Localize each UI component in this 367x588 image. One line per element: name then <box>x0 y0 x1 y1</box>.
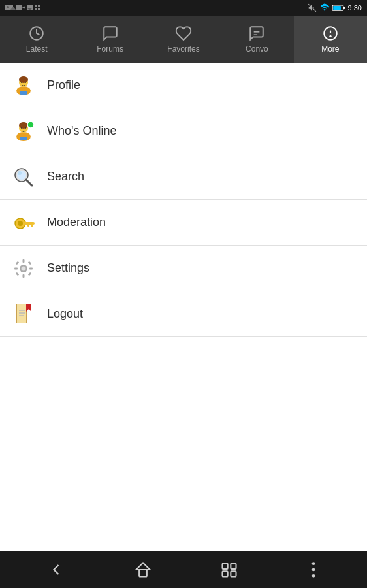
latest-icon <box>28 25 45 42</box>
time-display: 9:30 <box>348 4 362 12</box>
status-bar: 9:30 <box>0 0 367 16</box>
svg-rect-13 <box>343 7 345 9</box>
moderation-icon <box>10 210 37 236</box>
svg-rect-10 <box>38 8 40 10</box>
svg-rect-52 <box>28 272 32 276</box>
nav-bar: Latest Forums Favorites Convo More <box>0 16 367 63</box>
home-button[interactable] <box>134 561 152 579</box>
svg-rect-8 <box>38 5 40 7</box>
svg-rect-63 <box>223 571 228 576</box>
svg-point-67 <box>311 574 315 578</box>
svg-rect-7 <box>35 5 37 7</box>
svg-point-23 <box>19 76 28 83</box>
recents-icon <box>220 561 238 579</box>
svg-rect-62 <box>231 564 236 569</box>
settings-label: Settings <box>47 261 89 275</box>
options-icon <box>307 561 320 579</box>
status-bar-right: 9:30 <box>308 3 362 12</box>
menu-item-profile[interactable]: Profile <box>0 63 367 108</box>
bottom-bar <box>0 551 367 588</box>
home-icon <box>134 561 152 579</box>
settings-icon <box>10 255 37 282</box>
menu-item-search[interactable]: Search <box>0 154 367 200</box>
svg-rect-32 <box>20 137 27 140</box>
moderation-label: Moderation <box>47 216 106 229</box>
nav-item-convo[interactable]: Convo <box>220 16 293 63</box>
profile-icon <box>10 73 37 99</box>
nav-item-favorites[interactable]: Favorites <box>147 16 220 63</box>
nav-item-latest[interactable]: Latest <box>0 16 73 63</box>
svg-rect-60 <box>139 570 147 577</box>
svg-rect-47 <box>14 267 18 269</box>
svg-rect-42 <box>27 224 29 227</box>
svg-point-65 <box>311 562 315 565</box>
whos-online-label: Who's Online <box>47 124 116 138</box>
svg-rect-14 <box>333 6 341 10</box>
back-icon <box>47 561 65 579</box>
svg-rect-41 <box>31 224 33 227</box>
wifi-icon <box>319 3 330 12</box>
svg-line-37 <box>26 180 32 186</box>
whos-online-icon <box>10 118 37 144</box>
svg-marker-4 <box>22 6 25 9</box>
svg-point-39 <box>18 221 23 226</box>
mute-icon <box>308 3 317 12</box>
menu-item-whos-online[interactable]: Who's Online <box>0 108 367 154</box>
svg-rect-50 <box>28 261 32 265</box>
menu-item-moderation[interactable]: Moderation <box>0 200 367 246</box>
svg-point-30 <box>21 127 22 129</box>
svg-rect-64 <box>231 571 236 576</box>
svg-rect-61 <box>223 564 228 569</box>
svg-point-25 <box>25 82 26 83</box>
nav-item-forums[interactable]: Forums <box>73 16 146 63</box>
svg-rect-51 <box>16 272 20 276</box>
logout-label: Logout <box>47 307 83 321</box>
nav-label-convo: Convo <box>246 44 268 54</box>
svg-rect-45 <box>23 259 25 263</box>
svg-point-29 <box>19 122 28 129</box>
menu-item-logout[interactable]: Logout <box>0 291 367 337</box>
logout-icon <box>10 301 37 327</box>
svg-point-36 <box>18 171 22 175</box>
svg-point-31 <box>25 127 26 129</box>
menu-list: Profile Who's Online <box>0 63 367 337</box>
menu-item-settings[interactable]: Settings <box>0 246 367 291</box>
back-button[interactable] <box>47 561 65 579</box>
favorites-icon <box>175 25 192 42</box>
convo-icon <box>248 25 265 42</box>
svg-point-66 <box>311 568 315 572</box>
notification-icons <box>5 3 44 13</box>
svg-point-24 <box>21 82 22 83</box>
battery-icon <box>332 4 345 12</box>
search-label: Search <box>47 170 84 184</box>
nav-label-forums: Forums <box>97 44 123 54</box>
svg-rect-54 <box>17 304 26 323</box>
options-button[interactable] <box>307 561 320 579</box>
svg-marker-55 <box>26 304 31 312</box>
nav-label-more: More <box>321 44 339 54</box>
profile-label: Profile <box>47 78 80 92</box>
more-icon <box>322 25 339 42</box>
recents-button[interactable] <box>220 561 238 579</box>
svg-rect-49 <box>16 261 20 265</box>
svg-rect-3 <box>16 5 22 10</box>
search-icon <box>10 164 37 190</box>
svg-point-33 <box>27 122 34 128</box>
svg-rect-26 <box>20 91 27 95</box>
nav-label-favorites: Favorites <box>167 44 199 54</box>
status-bar-left <box>5 3 44 13</box>
svg-rect-48 <box>29 267 33 269</box>
svg-point-1 <box>7 6 9 8</box>
svg-rect-46 <box>23 274 25 278</box>
forums-icon <box>102 25 119 42</box>
svg-point-44 <box>22 266 26 270</box>
svg-marker-59 <box>136 563 150 570</box>
nav-label-latest: Latest <box>26 44 48 54</box>
svg-rect-9 <box>35 8 37 10</box>
nav-item-more[interactable]: More <box>294 16 367 63</box>
